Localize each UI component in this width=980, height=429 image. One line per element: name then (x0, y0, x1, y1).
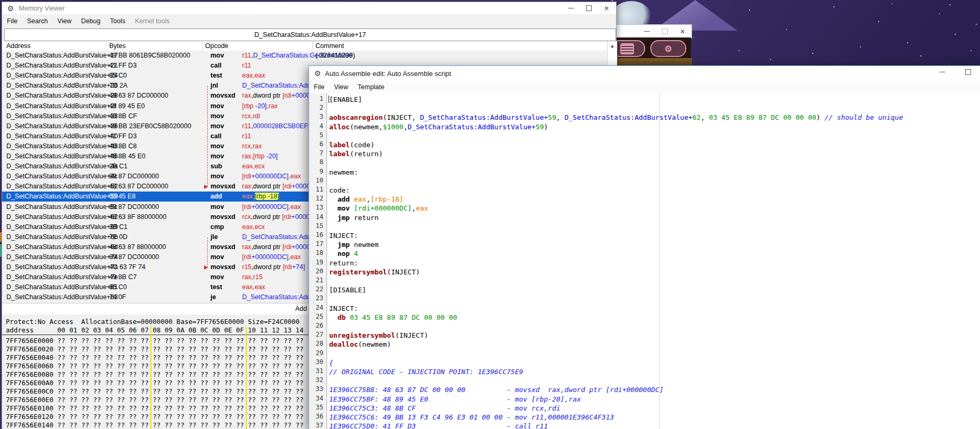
script-line: newmem: (329, 168, 358, 177)
editor-margin-line (659, 93, 660, 429)
script-line: 1E396CC75C3: 48 8B CF - mov rcx,rdi (329, 404, 560, 413)
line-number: 6 (310, 140, 323, 148)
hex-row[interactable]: 7FF7656E00E0 ?? ?? ?? ?? ?? ?? ?? ?? ?? … (6, 396, 303, 404)
close-button[interactable]: ✕ (674, 26, 691, 37)
aa-script-editor[interactable]: 1234567891011121314151617181920212223242… (309, 93, 979, 429)
line-number: 22 (310, 285, 323, 293)
script-line: label(return) (329, 149, 383, 158)
column-bytes[interactable]: Bytes (109, 42, 126, 50)
disassembler-column-header: Address Bytes Opcode Comment (2, 41, 607, 51)
hex-row[interactable]: 7FF7656E00A0 ?? ?? ?? ?? ?? ?? ?? ?? ?? … (6, 379, 303, 387)
line-number: 16 (310, 231, 323, 239)
column-opcode[interactable]: Opcode (205, 42, 228, 50)
menu-item-view[interactable]: View (329, 83, 353, 91)
background-window-strip (616, 58, 692, 65)
menu-item-search[interactable]: Search (22, 17, 53, 25)
hex-row[interactable]: 7FF7656E0060 ?? ?? ?? ?? ?? ?? ?? ?? ?? … (6, 362, 303, 370)
auto-assemble-window: ⚙ Auto Assemble edit: Auto Assemble scri… (309, 65, 980, 429)
script-line: dealloc(newmem) (329, 340, 391, 349)
script-line: // ORIGINAL CODE - INJECTION POINT: 1E39… (329, 367, 523, 376)
hex-row[interactable]: 7FF7656E00C0 ?? ?? ?? ?? ?? ?? ?? ?? ?? … (6, 387, 303, 396)
line-number: 7 (310, 149, 323, 157)
line-number: 26 (310, 322, 323, 329)
line-number: 27 (310, 331, 323, 338)
line-number: 5 (310, 131, 323, 139)
text-caret (329, 96, 329, 103)
memory-viewer-titlebar[interactable]: ⚙ Memory Viewer ✕ (2, 2, 616, 14)
line-number: 3 (310, 113, 323, 120)
maximize-button[interactable] (957, 66, 978, 78)
list-button[interactable] (616, 40, 645, 57)
script-line: [ENABLE] (329, 95, 362, 104)
scroll-up-icon[interactable]: ▲ (608, 43, 617, 49)
background-window-content: ⚙ (616, 37, 691, 58)
menu-item-debug[interactable]: Debug (76, 17, 105, 25)
hex-row[interactable]: 7FF7656E0100 ?? ?? ?? ?? ?? ?? ?? ?? ?? … (6, 404, 303, 413)
script-line: label(code) (329, 140, 374, 149)
menu-item-template[interactable]: Template (353, 83, 389, 91)
script-line: jmp newmem (329, 240, 379, 249)
line-number: 19 (310, 259, 323, 266)
close-button[interactable]: ✕ (598, 3, 616, 14)
hex-row[interactable]: 7FF7656E0020 ?? ?? ?? ?? ?? ?? ?? ?? ?? … (6, 345, 303, 354)
line-number: 23 (310, 294, 323, 302)
hex-column-header: address 00 01 02 03 04 05 06 07 08 09 0A… (6, 326, 303, 335)
line-number: 15 (310, 222, 323, 230)
script-line: code: (329, 186, 350, 195)
address-bar-value: D_SetCharaStatus:AddBurstValue+17 (254, 31, 366, 39)
hex-row[interactable]: 7FF7656E0000 ?? ?? ?? ?? ?? ?? ?? ?? ?? … (6, 337, 303, 345)
script-line: return: (329, 259, 358, 268)
address-bar[interactable]: D_SetCharaStatus:AddBurstValue+17 (4, 28, 616, 41)
settings-button[interactable]: ⚙ (650, 40, 686, 57)
line-number: 28 (310, 340, 323, 347)
script-line: 1E396CC75C6: 49 BB 13 F3 C4 96 E3 01 00 … (329, 413, 614, 422)
maximize-button[interactable] (656, 26, 674, 37)
minimize-button[interactable] (638, 26, 656, 37)
script-line: add eax,[rbp-18] (329, 195, 403, 204)
line-number: 17 (310, 240, 323, 247)
hex-row[interactable]: 7FF7656E0080 ?? ?? ?? ?? ?? ?? ?? ?? ?? … (6, 370, 303, 379)
line-number: 37 (310, 422, 323, 429)
script-line: mov [rdi+000000DC],eax (329, 204, 428, 213)
add-button[interactable]: Add (295, 305, 307, 312)
menu-item-file[interactable]: File (309, 83, 329, 91)
line-number: 25 (310, 313, 323, 320)
editor-line-number-gutter: 1234567891011121314151617181920212223242… (309, 93, 327, 429)
line-number: 20 (310, 268, 323, 275)
memory-viewer-menubar: FileSearchViewDebugToolsKernel tools (2, 14, 616, 28)
menu-item-view[interactable]: View (53, 17, 76, 25)
line-number: 12 (310, 195, 323, 202)
hex-row[interactable]: 7FF7656E0140 ?? ?? ?? ?? ?? ?? ?? ?? ?? … (6, 421, 303, 429)
hex-row[interactable]: 7FF7656E0120 ?? ?? ?? ?? ?? ?? ?? ?? ?? … (6, 413, 303, 421)
column-comment[interactable]: Comment (315, 42, 344, 50)
line-number: 34 (310, 395, 323, 402)
line-number: 35 (310, 404, 323, 411)
line-number: 2 (310, 104, 323, 111)
maximize-button[interactable] (580, 3, 598, 14)
minimize-button[interactable] (933, 66, 951, 78)
line-number: 1 (310, 95, 323, 102)
minimize-button[interactable] (562, 3, 580, 14)
line-number: 11 (310, 186, 323, 193)
script-line: nop 4 (329, 249, 358, 258)
script-line: [DISABLE] (329, 285, 366, 294)
line-number: 13 (310, 204, 323, 211)
hex-row[interactable]: 7FF7656E0040 ?? ?? ?? ?? ?? ?? ?? ?? ?? … (6, 354, 303, 362)
auto-assemble-menubar: FileViewTemplate (309, 81, 980, 93)
script-line: db 03 45 E8 89 87 DC 00 00 00 (329, 313, 457, 322)
menu-item-tools[interactable]: Tools (105, 17, 130, 25)
menu-item-file[interactable]: File (2, 17, 22, 25)
menu-item-kernel-tools[interactable]: Kernel tools (130, 17, 175, 25)
script-line: INJECT: (329, 304, 358, 313)
script-line: jmp return (329, 213, 379, 222)
column-address[interactable]: Address (6, 42, 31, 50)
script-line: 1E396CC75D0: 41 FF D3 - call r11 (329, 422, 548, 429)
script-line: registersymbol(INJECT) (329, 268, 420, 277)
line-number: 29 (310, 349, 323, 357)
script-line: unregistersymbol(INJECT) (329, 331, 428, 340)
desktop: ✕ ⚙ ⚙ Memory Viewer ✕ FileSearchViewDebu… (0, 0, 980, 429)
line-number: 24 (310, 304, 323, 311)
wallpaper-stars (612, 0, 613, 1)
auto-assemble-titlebar[interactable]: ⚙ Auto Assemble edit: Auto Assemble scri… (309, 66, 980, 81)
disasm-row[interactable]: D_SetCharaStatus:AddBurstValue+1749 BB 8… (2, 51, 607, 61)
